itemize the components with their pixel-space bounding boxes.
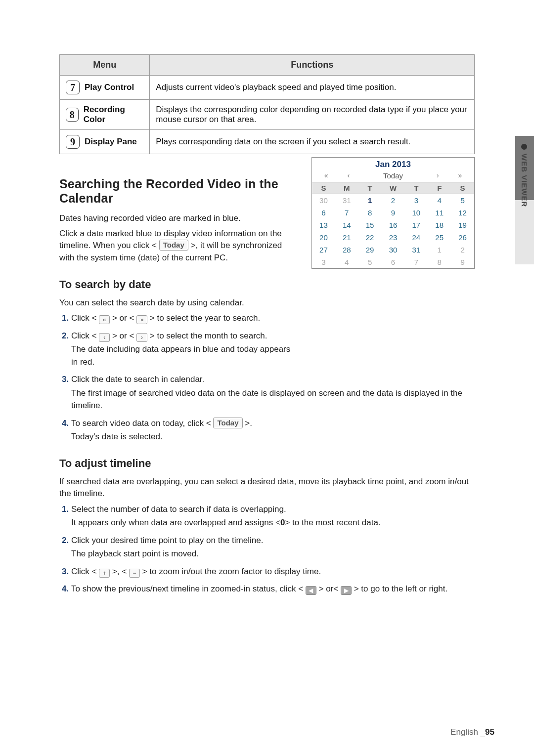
today-button[interactable]: Today [213,418,242,428]
calendar-day[interactable]: 31 [335,194,358,207]
steps-search-by-date-cont: Click the date to search in calendar. Th… [59,373,475,443]
section2-intro: You can select the search date by using … [59,297,298,309]
calendar-day[interactable]: 8 [428,256,451,268]
tl-step-3: Click < + >, < − > to zoom in/out the zo… [71,565,475,578]
section3-intro: If searched data are overlapping, you ca… [59,476,475,500]
calendar-widget[interactable]: Jan 2013 « ‹ Today › » SMTWTFS 303112345… [312,157,475,269]
step-2-text-a: Click < [71,331,99,340]
calendar-day[interactable]: 26 [451,231,474,244]
today-button[interactable]: Today [159,240,188,251]
calendar-nav-last-icon[interactable]: » [449,171,471,180]
calendar-day[interactable]: 11 [428,207,451,219]
tl-step-4-text-b: > or< [316,584,341,593]
step-4-text-b: >. [243,419,252,428]
calendar-nav-first-icon[interactable]: « [315,171,337,180]
tl-step-1-sub-a: It appears only when data are overlapped… [71,518,280,527]
side-tab-label: WEB VIEWER [520,154,529,207]
zoom-in-icon[interactable]: + [99,569,110,578]
tl-step-1-sub: It appears only when data are overlapped… [71,516,475,529]
calendar-day[interactable]: 7 [404,256,428,268]
calendar-dow: F [428,182,451,194]
section-title-search-by-date: To search by date [59,278,298,291]
calendar-day[interactable]: 22 [358,231,382,244]
calendar-day[interactable]: 21 [335,231,358,244]
calendar-day[interactable]: 9 [382,207,405,219]
month-next-icon[interactable]: › [136,333,147,342]
side-tab: WEB VIEWER [515,136,534,264]
calendar-day[interactable]: 30 [312,194,335,207]
row-menu-name: Display Pane [85,137,137,147]
calendar-day[interactable]: 15 [358,219,382,231]
calendar-day[interactable]: 18 [428,219,451,231]
calendar-day[interactable]: 1 [428,244,451,256]
calendar-day[interactable]: 6 [382,256,405,268]
tl-step-1: Select the number of data to search if d… [71,503,475,529]
month-prev-icon[interactable]: ‹ [99,333,110,342]
calendar-day[interactable]: 20 [312,231,335,244]
table-row: 9Display PanePlays corresponding data on… [60,130,475,154]
calendar-day[interactable]: 30 [382,244,405,256]
calendar-day[interactable]: 24 [404,231,428,244]
calendar-day[interactable]: 3 [404,194,428,207]
calendar-day[interactable]: 10 [404,207,428,219]
year-next-icon[interactable]: » [136,315,147,324]
timeline-prev-icon[interactable]: ◀ [306,586,316,595]
step-2: Click < ‹ > or < › > to select the month… [71,330,298,369]
tl-step-4: To show the previous/next timeline in zo… [71,583,475,595]
calendar-day[interactable]: 6 [312,207,335,219]
step-4-sub: Today's date is selected. [71,430,475,443]
timeline-next-icon[interactable]: ▶ [341,586,352,595]
tl-step-2-sub: The playback start point is moved. [71,547,475,560]
calendar-day[interactable]: 13 [312,219,335,231]
calendar-day[interactable]: 7 [335,207,358,219]
calendar-day[interactable]: 14 [335,219,358,231]
calendar-day[interactable]: 5 [451,194,474,207]
calendar-day[interactable]: 31 [404,244,428,256]
step-2-text-b: > or < [110,331,136,340]
table-row: 8Recording ColorDisplays the correspondi… [60,100,475,130]
step-1-text-c: > to select the year to search. [147,313,260,323]
tl-step-3-text-c: > to zoom in/out the zoom factor to disp… [140,567,321,576]
calendar-day[interactable]: 19 [451,219,474,231]
calendar-day[interactable]: 4 [428,194,451,207]
step-2-text-c: > to select the month to search. [147,331,267,340]
calendar-nav-next-icon[interactable]: › [427,171,449,180]
row-number: 8 [66,108,79,122]
calendar-nav-today[interactable]: Today [359,171,426,180]
calendar-day[interactable]: 1 [358,194,382,207]
calendar-nav-prev-icon[interactable]: ‹ [337,171,359,180]
calendar-day[interactable]: 17 [404,219,428,231]
tl-step-1-sub-c: > to the most recent data. [285,518,380,527]
row-description: Adjusts current video's playback speed a… [150,76,475,100]
section-title-search-calendar: Searching the Recorded Video in the Cale… [59,177,298,206]
calendar-day[interactable]: 29 [358,244,382,256]
calendar-day[interactable]: 25 [428,231,451,244]
section-title-adjust-timeline: To adjust timeline [59,457,475,470]
step-1: Click < « > or < » > to select the year … [71,312,298,325]
calendar-day[interactable]: 12 [451,207,474,219]
row-menu-name: Recording Color [84,105,144,125]
calendar-day[interactable]: 8 [358,207,382,219]
row-number: 9 [66,135,80,149]
zoom-out-icon[interactable]: − [129,569,140,578]
section1-line2: Click a date marked blue to display vide… [59,228,298,264]
calendar-day[interactable]: 9 [451,256,474,268]
calendar-day[interactable]: 2 [451,244,474,256]
calendar-day[interactable]: 4 [335,256,358,268]
calendar-day[interactable]: 3 [312,256,335,268]
step-3-sub: The first image of searched video data o… [71,387,475,412]
steps-search-by-date: Click < « > or < » > to select the year … [59,312,298,368]
page-content: Menu Functions 7Play ControlAdjusts curr… [0,0,534,595]
calendar-day[interactable]: 2 [382,194,405,207]
calendar-day[interactable]: 16 [382,219,405,231]
year-prev-icon[interactable]: « [99,315,110,324]
tl-step-2-text: Click your desired time point to play on… [71,536,263,545]
calendar-day[interactable]: 5 [358,256,382,268]
calendar-day[interactable]: 28 [335,244,358,256]
calendar-day[interactable]: 23 [382,231,405,244]
row-menu-name: Play Control [85,83,134,92]
step-4-text-a: To search video data on today, click < [71,419,213,428]
step-1-text-b: > or < [110,313,136,323]
calendar-day[interactable]: 27 [312,244,335,256]
calendar-title: Jan 2013 [312,158,474,170]
